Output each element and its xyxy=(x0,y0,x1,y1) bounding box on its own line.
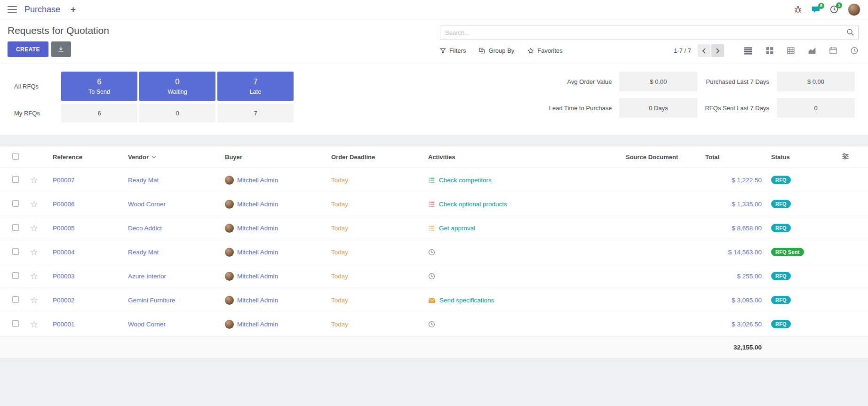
header-reference[interactable]: Reference xyxy=(49,146,124,168)
vendor-link[interactable]: Wood Corner xyxy=(128,201,166,208)
buyer-link[interactable]: Mitchell Admin xyxy=(237,225,278,232)
view-switcher xyxy=(744,47,859,55)
optional-columns-icon[interactable] xyxy=(842,153,849,160)
vendor-link[interactable]: Azure Interior xyxy=(128,273,166,280)
list-view-icon[interactable] xyxy=(744,47,753,55)
favorite-star-icon[interactable]: ☆ xyxy=(30,271,38,281)
buyer-link[interactable]: Mitchell Admin xyxy=(237,177,278,184)
export-button[interactable] xyxy=(51,41,71,57)
reference-link[interactable]: P00001 xyxy=(53,321,75,328)
rfq-row[interactable]: ☆ P00006 Wood Corner Mitchell Admin Toda… xyxy=(0,192,868,216)
favorite-star-icon[interactable]: ☆ xyxy=(30,175,38,185)
my-waiting[interactable]: 0 xyxy=(139,104,215,122)
header-vendor[interactable]: Vendor xyxy=(124,146,221,168)
filters-button[interactable]: Filters xyxy=(440,47,466,54)
kpi-late[interactable]: 7 Late xyxy=(217,72,294,101)
header-source-document[interactable]: Source Document xyxy=(622,146,701,168)
kpi-waiting[interactable]: 0 Waiting xyxy=(139,72,215,101)
select-all-checkbox[interactable] xyxy=(12,153,19,160)
messages-icon[interactable]: 5 xyxy=(812,6,820,14)
rfq-row[interactable]: ☆ P00002 Gemini Furniture Mitchell Admin… xyxy=(0,288,868,312)
rfq-row[interactable]: ☆ P00005 Deco Addict Mitchell Admin Toda… xyxy=(0,216,868,240)
rfq-row[interactable]: ☆ P00003 Azure Interior Mitchell Admin T… xyxy=(0,264,868,288)
favorite-star-icon[interactable]: ☆ xyxy=(30,319,38,329)
graph-view-icon[interactable] xyxy=(808,47,816,55)
activity-link[interactable]: Check optional products xyxy=(439,201,507,208)
purchased-last-7-days: $ 0.00 xyxy=(777,72,855,91)
create-button[interactable]: CREATE xyxy=(8,41,48,57)
favorites-button[interactable]: Favorites xyxy=(527,47,562,54)
row-checkbox[interactable] xyxy=(12,200,19,207)
buyer-link[interactable]: Mitchell Admin xyxy=(237,249,278,256)
activity-mail-icon[interactable] xyxy=(428,297,436,304)
header-status[interactable]: Status xyxy=(767,146,838,168)
activity-view-icon[interactable] xyxy=(850,47,859,55)
search-icon[interactable] xyxy=(846,28,854,38)
vendor-link[interactable]: Deco Addict xyxy=(128,225,162,232)
rfq-row[interactable]: ☆ P00007 Ready Mat Mitchell Admin Today … xyxy=(0,168,868,192)
activity-clock-icon[interactable] xyxy=(428,273,435,280)
plus-icon[interactable]: + xyxy=(71,4,76,15)
pager-next-button[interactable] xyxy=(711,44,724,57)
buyer-link[interactable]: Mitchell Admin xyxy=(237,273,278,280)
favorite-star-icon[interactable]: ☆ xyxy=(30,223,38,233)
row-checkbox[interactable] xyxy=(12,176,19,183)
all-rfqs-label: All RFQs xyxy=(14,72,59,101)
header-order-deadline[interactable]: Order Deadline xyxy=(327,146,424,168)
rfq-row[interactable]: ☆ P00004 Ready Mat Mitchell Admin Today … xyxy=(0,240,868,264)
my-to-send[interactable]: 6 xyxy=(61,104,137,122)
calendar-view-icon[interactable] xyxy=(829,47,837,55)
reference-link[interactable]: P00005 xyxy=(53,225,75,232)
user-avatar[interactable] xyxy=(848,3,860,16)
apps-menu-icon[interactable] xyxy=(8,6,17,13)
row-checkbox[interactable] xyxy=(12,224,19,231)
reference-link[interactable]: P00002 xyxy=(53,297,75,304)
total-amount: $ 3,026.50 xyxy=(732,321,762,328)
favorite-star-icon[interactable]: ☆ xyxy=(30,199,38,209)
header-total[interactable]: Total xyxy=(701,146,767,168)
rfq-row[interactable]: ☆ P00001 Wood Corner Mitchell Admin Toda… xyxy=(0,312,868,336)
activity-link[interactable]: Get approval xyxy=(439,225,475,232)
group-by-button[interactable]: Group By xyxy=(479,47,514,54)
row-checkbox[interactable] xyxy=(12,272,19,279)
pager-previous-button[interactable] xyxy=(698,44,710,57)
favorite-star-icon[interactable]: ☆ xyxy=(30,295,38,305)
buyer-link[interactable]: Mitchell Admin xyxy=(237,321,278,328)
vendor-link[interactable]: Ready Mat xyxy=(128,249,159,256)
purchased-last-7-days-label: Purchased Last 7 Days xyxy=(705,78,769,85)
kanban-view-icon[interactable] xyxy=(765,47,774,55)
activity-link[interactable]: Send specifications xyxy=(439,297,494,304)
reference-link[interactable]: P00004 xyxy=(53,249,75,256)
reference-link[interactable]: P00007 xyxy=(53,177,75,184)
activities-clock-icon[interactable]: 1 xyxy=(830,5,838,14)
vendor-link[interactable]: Gemini Furniture xyxy=(128,297,175,304)
header-activities[interactable]: Activities xyxy=(424,146,622,168)
activity-clock-icon[interactable] xyxy=(428,249,435,256)
header-buyer[interactable]: Buyer xyxy=(221,146,327,168)
vendor-link[interactable]: Wood Corner xyxy=(128,321,166,328)
reference-link[interactable]: P00006 xyxy=(53,201,75,208)
table-footer-row: 32,155.00 xyxy=(0,336,868,359)
activity-link[interactable]: Check competitors xyxy=(439,177,492,184)
row-checkbox[interactable] xyxy=(12,248,19,255)
row-checkbox[interactable] xyxy=(12,296,19,303)
reference-link[interactable]: P00003 xyxy=(53,273,75,280)
kpi-to-send[interactable]: 6 To Send xyxy=(61,72,137,101)
activity-tasks-icon[interactable] xyxy=(428,225,435,232)
activity-clock-icon[interactable] xyxy=(428,321,435,328)
debug-bug-icon[interactable] xyxy=(794,5,802,14)
my-late[interactable]: 7 xyxy=(217,104,294,122)
total-amount: $ 255.00 xyxy=(737,273,762,280)
activities-badge: 1 xyxy=(836,2,842,8)
activity-tasks-icon[interactable] xyxy=(428,177,435,184)
activity-tasks-icon[interactable] xyxy=(428,201,435,208)
buyer-link[interactable]: Mitchell Admin xyxy=(237,201,278,208)
row-checkbox[interactable] xyxy=(12,320,19,327)
search-input[interactable] xyxy=(440,25,859,40)
vendor-link[interactable]: Ready Mat xyxy=(128,177,159,184)
favorite-star-icon[interactable]: ☆ xyxy=(30,247,38,257)
app-name[interactable]: Purchase xyxy=(24,5,60,15)
top-navbar: Purchase + 5 1 xyxy=(0,0,868,19)
buyer-link[interactable]: Mitchell Admin xyxy=(237,297,278,304)
pivot-view-icon[interactable] xyxy=(787,47,795,55)
